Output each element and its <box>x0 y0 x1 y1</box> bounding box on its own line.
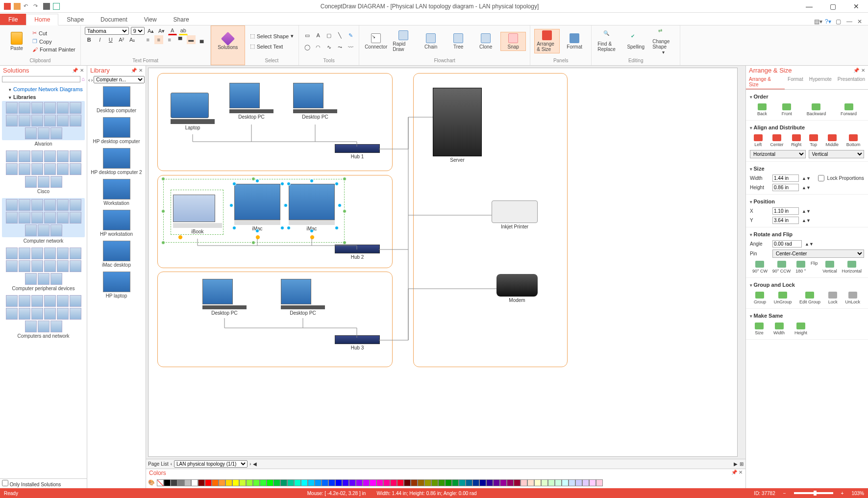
color-swatch[interactable] <box>246 479 253 486</box>
zoom-in-icon[interactable]: + <box>841 491 844 496</box>
color-swatch[interactable] <box>466 479 472 486</box>
align-bottom-button[interactable]: Bottom <box>846 134 861 147</box>
shape-thumbnail[interactable] <box>57 295 69 307</box>
clone-button[interactable]: Clone <box>473 32 498 50</box>
library-item[interactable]: iMac desktop <box>89 241 144 268</box>
color-swatch[interactable] <box>301 479 308 486</box>
pin-icon[interactable]: 📌 <box>731 470 737 475</box>
shape-thumbnail[interactable] <box>6 248 18 259</box>
tool-line-icon[interactable]: ╲ <box>335 31 344 40</box>
shape-thumbnail[interactable] <box>31 212 43 224</box>
color-swatch[interactable] <box>493 479 500 486</box>
pin-select[interactable]: Center-Center <box>772 249 864 258</box>
color-swatch[interactable] <box>431 479 438 486</box>
align-right-button[interactable]: Right <box>791 134 801 147</box>
subscript-button[interactable]: A₂ <box>128 35 137 44</box>
shape-thumbnail[interactable] <box>70 212 81 224</box>
flip-horizontal-button[interactable]: Horizontal <box>842 261 862 274</box>
shape-thumbnail[interactable] <box>6 308 18 320</box>
nav-next-icon[interactable]: › <box>91 77 93 83</box>
shape-thumbnail[interactable] <box>6 212 18 224</box>
align-top-button[interactable]: Top <box>809 134 818 147</box>
page-selector[interactable]: LAN physical topology (1/1) <box>174 460 248 468</box>
color-swatch[interactable] <box>356 479 363 486</box>
group-button[interactable]: Group <box>754 292 766 304</box>
shape-thumbnail[interactable] <box>25 176 37 188</box>
color-swatch[interactable] <box>521 479 527 486</box>
qat-preview-icon[interactable] <box>53 3 60 10</box>
only-installed-checkbox[interactable] <box>2 480 8 486</box>
shape-thumbnail[interactable] <box>57 248 69 259</box>
shape-thumbnail[interactable] <box>6 260 18 272</box>
close-button[interactable]: ✕ <box>846 0 866 12</box>
shape-thumbnail[interactable] <box>19 260 30 272</box>
color-swatch[interactable] <box>569 479 575 486</box>
cut-button[interactable]: ✂Cut <box>31 29 76 37</box>
color-swatch[interactable] <box>349 479 356 486</box>
color-swatch[interactable] <box>472 479 479 486</box>
valign-top-icon[interactable]: ▀ <box>176 35 185 44</box>
width-input[interactable] <box>772 174 799 182</box>
scroll-right-icon[interactable]: ▶ <box>734 461 738 467</box>
color-swatch[interactable] <box>164 479 171 486</box>
ungroup-button[interactable]: UnGroup <box>774 292 792 304</box>
shape-thumbnail[interactable] <box>44 248 56 259</box>
shape-thumbnail[interactable] <box>25 321 37 332</box>
tab-share[interactable]: Share <box>165 14 198 25</box>
pin-icon[interactable]: 📌 <box>853 68 859 73</box>
shape-thumbnail[interactable] <box>31 163 43 175</box>
shape-thumbnail[interactable] <box>31 115 43 126</box>
color-swatch[interactable] <box>376 479 383 486</box>
align-left-button[interactable]: Left <box>754 134 763 147</box>
shape-thumbnail[interactable] <box>70 115 81 126</box>
arrange-tab-presentation[interactable]: Presentation <box>835 75 868 89</box>
copy-button[interactable]: ❐Copy <box>31 38 76 45</box>
library-item[interactable]: HP workstation <box>89 210 144 237</box>
shape-thumbnail[interactable] <box>25 224 37 236</box>
drawing-canvas[interactable]: Laptop Desktop PC Desktop PC Hub 1 iBook… <box>148 68 738 457</box>
shape-thumbnail[interactable] <box>6 199 18 211</box>
shape-thumbnail[interactable] <box>44 163 56 175</box>
shape-thumbnail[interactable] <box>70 199 81 211</box>
shape-thumbnail[interactable] <box>19 308 30 320</box>
lock-button[interactable]: Lock <box>828 292 838 304</box>
color-swatch[interactable] <box>562 479 569 486</box>
view-switch-icon[interactable]: ⊞ <box>740 461 744 467</box>
order-front-button[interactable]: Front <box>782 103 792 116</box>
shape-thumbnail[interactable] <box>6 115 18 126</box>
paste-button[interactable]: Paste <box>4 31 29 52</box>
shape-thumbnail[interactable] <box>50 224 62 236</box>
shape-thumbnail[interactable] <box>44 260 56 272</box>
qat-delete-icon[interactable] <box>4 3 11 10</box>
shape-thumbnail[interactable] <box>19 212 30 224</box>
library-item[interactable]: HP desktop computer 2 <box>89 148 144 175</box>
color-swatch[interactable] <box>232 479 239 486</box>
color-swatch[interactable] <box>239 479 246 486</box>
options-icon[interactable]: ▤▾ <box>814 18 821 25</box>
order-forward-button[interactable]: Forward <box>841 103 857 116</box>
arrange-tab-format[interactable]: Format <box>785 75 806 89</box>
shape-thumbnail[interactable] <box>44 102 56 114</box>
tool-text-icon[interactable]: A <box>314 31 322 40</box>
tab-file[interactable]: File <box>0 14 26 25</box>
color-swatch[interactable] <box>527 479 534 486</box>
same-height-button[interactable]: Height <box>794 323 807 335</box>
find-replace-button[interactable]: 🔍Find & Replace <box>595 29 621 53</box>
shape-thumbnail[interactable] <box>31 199 43 211</box>
color-swatch[interactable] <box>411 479 418 486</box>
color-swatch[interactable] <box>198 479 205 486</box>
color-swatch[interactable] <box>486 479 493 486</box>
color-swatch[interactable] <box>418 479 424 486</box>
shape-thumbnail[interactable] <box>19 295 30 307</box>
page-prev-icon[interactable]: ‹ <box>171 461 172 467</box>
align-center-icon[interactable]: ≡ <box>154 35 163 44</box>
shape-thumbnail[interactable] <box>25 127 37 139</box>
decrease-font-icon[interactable]: A▾ <box>157 26 166 35</box>
color-swatch[interactable] <box>390 479 397 486</box>
color-swatch[interactable] <box>541 479 548 486</box>
shape-thumbnail[interactable] <box>38 321 50 332</box>
minimize-button[interactable]: — <box>799 0 819 12</box>
panel-close-icon[interactable]: ✕ <box>739 470 743 475</box>
color-swatch[interactable] <box>479 479 486 486</box>
shape-thumbnail[interactable] <box>50 127 62 139</box>
